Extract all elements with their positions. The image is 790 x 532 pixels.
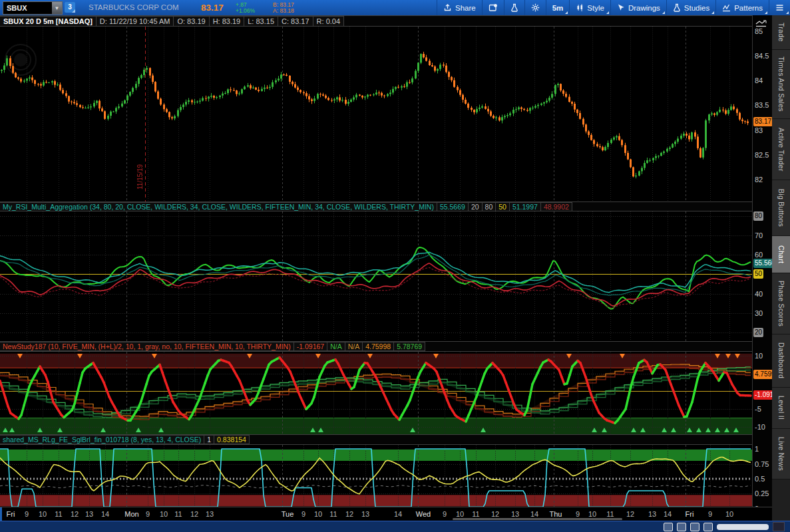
link-channel-badge[interactable]: 3	[65, 2, 75, 13]
value-axis-column: 8584.58483.58382.58283.17706040308055.56…	[752, 15, 772, 507]
time-axis-hour-label: 13	[206, 510, 214, 518]
symbol-dropdown-button[interactable]: ▼	[52, 2, 62, 14]
time-axis-hour-label: 13	[361, 510, 369, 518]
newstudy-title[interactable]: NewStudy187 (10, FIVE_MIN, (H+L)/2, 10, …	[0, 342, 294, 351]
study-value: 80	[482, 202, 496, 211]
messages-icon[interactable]	[677, 523, 686, 531]
axis-tick-label: 85	[755, 27, 763, 35]
bottom-status-bar	[0, 521, 790, 532]
horizontal-scrollbar[interactable]	[453, 518, 622, 520]
rsi-study-title[interactable]: My_RSI_Multi_Aggregation (34, 80, 20, CL…	[0, 202, 437, 211]
quick-study-button[interactable]	[504, 0, 524, 15]
axis-tick-label: 0.75	[755, 460, 769, 468]
axis-value-badge: 83.17	[753, 117, 773, 126]
time-axis-day-label: Wed	[416, 510, 431, 518]
sidebar-tab-active-trader[interactable]: Active Trader	[772, 119, 790, 180]
flask-icon	[510, 3, 518, 12]
notes-button[interactable]	[482, 0, 504, 15]
sidebar-tab-trade[interactable]: Trade	[772, 15, 790, 50]
time-axis-hour-label: 10	[456, 510, 464, 518]
axis-tick-label: 84	[755, 76, 763, 84]
axis-tick-label: 83.5	[755, 101, 769, 109]
menu-icon	[775, 3, 784, 12]
corner-notch	[0, 507, 2, 521]
symbol-input[interactable]: SBUX ▼	[3, 1, 63, 15]
time-axis: Fri91011121314Mon910111213Tue91011121314…	[0, 507, 772, 521]
time-axis-hour-label: 14	[394, 510, 402, 518]
ohlc-fields: D: 11/22/19 10:45 AMO: 83.19H: 83.19L: 8…	[97, 16, 344, 27]
axis-tick-label: 60	[755, 251, 763, 259]
time-axis-hour-label: 9	[576, 510, 580, 518]
axis-tick-label: 83	[755, 126, 763, 134]
patterns-button[interactable]: Patterns	[715, 0, 769, 15]
style-button[interactable]: Style	[569, 0, 610, 15]
sidebar-tab-dashboard[interactable]: Dashboard	[772, 334, 790, 388]
timeframe-button[interactable]: 5m	[546, 0, 570, 15]
study-value: 5.78769	[393, 342, 425, 351]
ohlc-field: O: 83.19	[173, 16, 209, 27]
menu-button[interactable]	[769, 0, 790, 15]
symbol-text: SBUX	[3, 4, 52, 12]
axis-tick-label: -10	[755, 423, 765, 431]
study-value: 0.838154	[214, 435, 250, 444]
axis-value-badge: 80	[753, 211, 763, 221]
study-value: 4.75998	[362, 342, 394, 351]
sidebar-tab-big-buttons[interactable]: Big Buttons	[772, 180, 790, 236]
study-value: 51.1997	[509, 202, 541, 211]
time-axis-hour-label: 10	[314, 510, 322, 518]
sidebar-tab-chart[interactable]: Chart	[772, 236, 790, 273]
axis-tick-label: 0.25	[755, 489, 769, 497]
status-button[interactable]	[773, 522, 785, 531]
ohlc-field: D: 11/22/19 10:45 AM	[96, 16, 174, 27]
axis-value-badge: 20	[753, 328, 763, 337]
axis-value-badge: 50	[753, 269, 763, 279]
share-button[interactable]: Share	[437, 0, 482, 15]
calendar-icon[interactable]	[664, 523, 673, 531]
newstudy-values: -1.09167N/AN/A4.759985.78769	[294, 342, 425, 351]
sidebar-tab-level-ii[interactable]: Level II	[772, 388, 790, 429]
main-price-chart[interactable]	[0, 27, 752, 201]
price-change: +.87+1.06%	[236, 2, 255, 14]
time-axis-hour-label: 9	[708, 510, 712, 518]
ms-panel-chart[interactable]	[0, 445, 752, 507]
time-axis-hour-label: 14	[101, 510, 109, 518]
last-price: 83.17	[201, 0, 224, 15]
axis-tick-label: 82	[755, 176, 763, 184]
rsi-study-header: My_RSI_Multi_Aggregation (34, 80, 20, CL…	[0, 201, 752, 211]
profile-icon[interactable]	[703, 523, 713, 531]
time-axis-hour-label: 11	[55, 510, 62, 518]
sidebar-tab-live-news[interactable]: Live News	[772, 429, 790, 479]
cursor-icon	[617, 3, 625, 12]
apps-icon[interactable]	[690, 523, 699, 531]
time-axis-hour-label: 9	[25, 510, 29, 518]
time-axis-hour-label: 13	[511, 510, 519, 518]
time-axis-hour-label: 11	[174, 510, 182, 518]
newstudy-panel-chart[interactable]	[0, 352, 752, 434]
chart-title: SBUX 20 D 5m [NASDAQ]	[0, 16, 97, 27]
ms-study-title[interactable]: shared_MS_RLg_FE_SglBrl_fin_010718 (8, y…	[0, 435, 204, 444]
sidebar-tab-phase-scores[interactable]: Phase Scores	[772, 273, 790, 334]
studies-flask-icon	[673, 3, 681, 12]
chart-header-row: SBUX 20 D 5m [NASDAQ] D: 11/22/19 10:45 …	[0, 15, 752, 27]
drawings-button[interactable]: Drawings	[610, 0, 666, 15]
settings-button[interactable]	[524, 0, 546, 15]
ohlc-field: C: 83.17	[278, 16, 313, 27]
time-axis-day-label: Fri	[686, 510, 694, 518]
time-axis-hour-label: 10	[588, 510, 596, 518]
axis-tick-label: 84.5	[755, 52, 769, 60]
time-axis-day-label: Tue	[282, 510, 294, 518]
time-axis-hour-label: 12	[491, 510, 499, 518]
studies-button[interactable]: Studies	[666, 0, 715, 15]
time-axis-hour-label: 10	[725, 510, 733, 518]
axis-tick-label: -5	[755, 405, 761, 413]
gadget-sidebar: TradeTimes And SalesActive TraderBig But…	[772, 15, 790, 521]
time-axis-day-label: Mon	[124, 510, 138, 518]
time-axis-hour-label: 14	[664, 510, 672, 518]
rsi-panel-chart[interactable]	[0, 211, 752, 341]
ms-study-values: 10.838154	[204, 435, 250, 444]
study-value: 55.5669	[437, 202, 469, 211]
sidebar-tab-times-and-sales[interactable]: Times And Sales	[772, 50, 790, 119]
study-value: 20	[468, 202, 483, 211]
patterns-icon	[722, 3, 731, 12]
axis-tick-label: 40	[755, 290, 763, 298]
